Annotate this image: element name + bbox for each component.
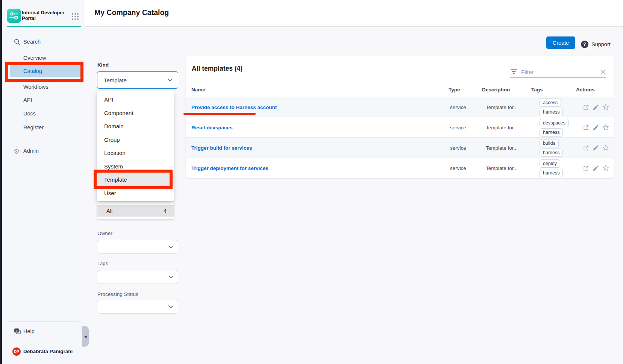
- column-header-name: Name: [191, 83, 205, 97]
- sidebar-bottom-divider: [7, 322, 79, 322]
- kind-count-value: 4: [164, 208, 167, 214]
- table-row: Provide access to Harness account servic…: [186, 97, 614, 117]
- tag-chip: harness: [540, 149, 563, 157]
- kind-count-row-all[interactable]: All 4: [97, 205, 174, 217]
- sidebar-item-register[interactable]: Register: [2, 122, 84, 133]
- type-cell: service: [450, 138, 466, 158]
- column-header-description: Description: [482, 83, 510, 97]
- brand-accent-divider: [7, 26, 81, 27]
- page-title: My Company Catalog: [94, 8, 169, 17]
- kind-option-component[interactable]: Component: [97, 106, 174, 120]
- table-filter-input[interactable]: [520, 68, 597, 76]
- tags-filter-label: Tags: [97, 261, 108, 266]
- table-filter: [510, 66, 606, 78]
- star-icon[interactable]: [602, 165, 609, 171]
- sidebar-item-label: Search: [23, 36, 41, 47]
- tags-select[interactable]: [97, 270, 178, 284]
- kind-options-dropdown: API Component Domain Group Location Syst…: [97, 91, 174, 201]
- sidebar-item-label: Workflows: [23, 82, 49, 92]
- description-cell: Template for...: [486, 158, 518, 178]
- open-in-new-icon[interactable]: [583, 104, 589, 111]
- kind-option-domain[interactable]: Domain: [97, 120, 174, 133]
- support-label: Support: [591, 41, 611, 47]
- search-icon: [14, 38, 21, 46]
- chevron-left-icon: ◀: [84, 335, 87, 338]
- kind-option-system[interactable]: System: [97, 160, 174, 173]
- kind-select-value: Template: [104, 77, 127, 83]
- star-icon[interactable]: [602, 144, 609, 151]
- kind-option-user[interactable]: User: [97, 187, 174, 200]
- sidebar-item-search[interactable]: Search: [2, 36, 84, 47]
- template-link[interactable]: Trigger deployment for services: [191, 165, 268, 171]
- column-header-type: Type: [449, 83, 460, 97]
- clear-filter-icon[interactable]: [600, 69, 606, 75]
- sidebar-item-help[interactable]: ? Help: [2, 326, 84, 337]
- kind-filter-label: Kind: [97, 62, 109, 68]
- svg-text:?: ?: [16, 329, 18, 332]
- sidebar-item-docs[interactable]: Docs: [2, 108, 84, 119]
- sidebar-item-catalog-highlight: [10, 65, 82, 77]
- open-in-new-icon[interactable]: [583, 124, 589, 131]
- create-button[interactable]: Create: [546, 36, 575, 49]
- table-header-row: Name Type Description Tags Actions: [186, 83, 614, 97]
- help-chat-icon: ?: [14, 328, 21, 335]
- owner-select[interactable]: [97, 240, 178, 254]
- question-circle-icon: ?: [581, 41, 588, 48]
- sidebar-item-workflows[interactable]: Workflows: [2, 82, 84, 92]
- edit-icon[interactable]: [593, 124, 599, 131]
- sidebar-collapse-handle[interactable]: ◀: [82, 326, 89, 347]
- type-cell: service: [450, 117, 466, 138]
- circuit-logo-icon: [9, 11, 19, 21]
- sidebar-item-label: Register: [23, 122, 44, 133]
- type-cell: service: [450, 158, 466, 178]
- tag-chip: devspaces: [540, 119, 569, 127]
- kind-option-api[interactable]: API: [97, 93, 174, 106]
- description-cell: Template for...: [486, 138, 518, 158]
- edit-icon[interactable]: [593, 165, 599, 171]
- open-in-new-icon[interactable]: [583, 145, 589, 151]
- edit-icon[interactable]: [593, 104, 599, 111]
- kind-option-location[interactable]: Location: [97, 146, 174, 160]
- templates-card-title: All templates (4): [192, 65, 243, 73]
- chevron-down-icon: [168, 305, 173, 308]
- chevron-down-icon: [168, 246, 173, 249]
- sidebar-item-admin[interactable]: ⚙ Admin: [2, 146, 84, 156]
- sidebar-item-catalog[interactable]: Catalog: [23, 65, 42, 77]
- product-logo: [7, 9, 21, 23]
- template-link[interactable]: Provide access to Harness account: [191, 105, 277, 110]
- table-row: Trigger build for services service Templ…: [186, 138, 614, 158]
- kind-select[interactable]: Template: [97, 71, 178, 89]
- description-cell: Template for...: [486, 117, 518, 138]
- column-header-actions: Actions: [576, 83, 595, 97]
- owner-filter-label: Owner: [97, 231, 112, 236]
- apps-grid-icon[interactable]: [71, 12, 79, 21]
- sidebar-item-label: Overview: [23, 53, 46, 63]
- sidebar-item-label: Docs: [23, 108, 36, 119]
- star-icon[interactable]: [602, 124, 609, 131]
- open-in-new-icon[interactable]: [583, 165, 589, 171]
- star-icon[interactable]: [602, 104, 609, 111]
- kind-option-template[interactable]: Template: [97, 173, 174, 187]
- user-name[interactable]: Debabrata Panigrahi: [23, 346, 73, 357]
- sidebar-item-label: Admin: [23, 146, 39, 156]
- support-button[interactable]: ? Support: [581, 40, 611, 49]
- user-avatar[interactable]: DP: [12, 347, 21, 356]
- sidebar-item-overview[interactable]: Overview: [2, 53, 84, 63]
- processing-status-filter-label: Processing Status: [97, 291, 138, 297]
- kind-count-label: All: [106, 208, 112, 214]
- edit-icon[interactable]: [593, 145, 599, 151]
- sidebar-item-api[interactable]: API: [2, 95, 84, 105]
- template-link[interactable]: Trigger build for services: [191, 145, 252, 151]
- type-cell: service: [450, 97, 466, 117]
- tag-chip: access: [540, 99, 561, 107]
- table-row: Trigger deployment for services service …: [186, 158, 614, 178]
- tag-chip: builds: [540, 139, 559, 147]
- template-link[interactable]: Reset devspaces: [191, 125, 233, 130]
- processing-status-select[interactable]: [97, 300, 178, 314]
- kind-option-group[interactable]: Group: [97, 133, 174, 147]
- tag-chip: harness: [540, 108, 563, 116]
- sidebar-item-label: API: [23, 95, 32, 105]
- filter-funnel-icon: [510, 69, 517, 75]
- chevron-down-icon: [168, 276, 173, 279]
- product-title: Internal Developer Portal: [22, 10, 66, 21]
